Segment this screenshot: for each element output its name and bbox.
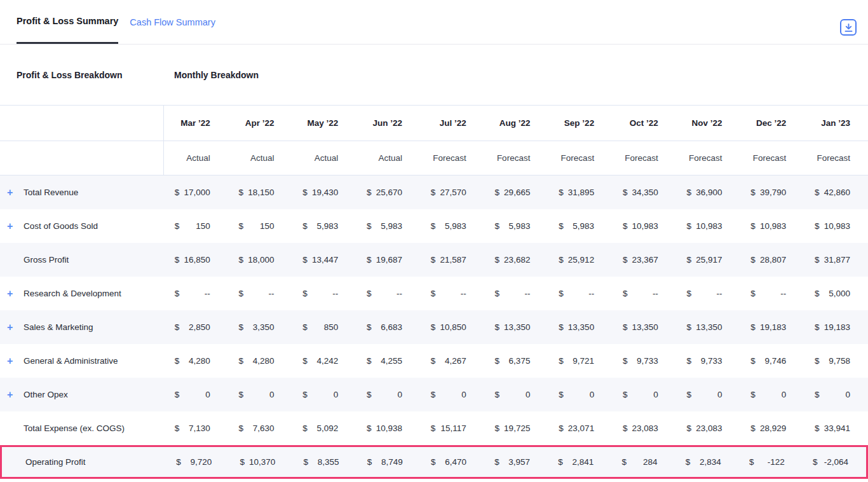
row-label: Total Expense (ex. COGS) xyxy=(24,423,125,433)
currency-symbol: $ xyxy=(302,221,308,231)
value-cell: $9,720 xyxy=(166,447,229,477)
value-number: 0 xyxy=(205,390,210,399)
value-number: 0 xyxy=(590,390,595,399)
value-cell: $5,000 xyxy=(804,277,868,310)
currency-symbol: $ xyxy=(559,390,564,399)
value-number: 3,957 xyxy=(508,457,530,467)
currency-symbol: $ xyxy=(750,221,756,231)
value-number: -- xyxy=(268,289,274,298)
value-cell: $13,350 xyxy=(484,310,548,344)
currency-symbol: $ xyxy=(367,255,372,265)
value-cell: $0 xyxy=(740,378,804,411)
value-number: 21,587 xyxy=(440,255,466,265)
table-row: +Cost of Goods Sold$150$150$5,983$5,983$… xyxy=(0,209,868,243)
currency-symbol: $ xyxy=(623,322,628,332)
expand-icon[interactable]: + xyxy=(7,390,13,400)
expand-icon[interactable]: + xyxy=(7,188,13,198)
value-cell: $2,841 xyxy=(548,447,611,477)
value-number: 8,355 xyxy=(318,457,339,467)
money-value: $15,117 xyxy=(431,423,466,433)
value-cell: $-2,064 xyxy=(803,447,866,477)
currency-symbol: $ xyxy=(431,188,436,197)
value-cell: $5,983 xyxy=(292,209,356,243)
value-number: 28,807 xyxy=(760,255,786,265)
money-value: $5,983 xyxy=(431,221,466,231)
value-number: 0 xyxy=(526,390,531,399)
value-number: 150 xyxy=(196,221,210,231)
currency-symbol: $ xyxy=(559,255,564,265)
value-number: 0 xyxy=(397,390,402,399)
currency-symbol: $ xyxy=(559,322,564,332)
money-value: $4,280 xyxy=(175,356,210,366)
value-number: 19,687 xyxy=(376,255,402,265)
value-cell: $-- xyxy=(164,277,228,310)
value-number: 5,983 xyxy=(573,221,594,231)
value-cell: $28,929 xyxy=(740,411,804,445)
money-value: $23,367 xyxy=(623,255,658,265)
money-value: $284 xyxy=(622,457,658,467)
money-value: $29,665 xyxy=(494,188,530,197)
value-cell: $6,470 xyxy=(421,447,484,477)
value-cell: $0 xyxy=(676,378,740,411)
value-cell: $9,721 xyxy=(548,344,612,378)
value-cell: $-- xyxy=(612,277,676,310)
value-number: 13,350 xyxy=(568,322,594,332)
value-cell: $15,117 xyxy=(420,411,484,445)
download-button[interactable] xyxy=(840,19,857,36)
value-cell: $23,071 xyxy=(548,411,612,445)
value-cell: $-- xyxy=(548,277,612,310)
currency-symbol: $ xyxy=(238,356,243,366)
expand-icon[interactable]: + xyxy=(7,356,13,366)
tab-cash-flow-summary[interactable]: Cash Flow Summary xyxy=(130,0,215,44)
column-header-period-type: Actual xyxy=(228,141,292,175)
value-number: 5,983 xyxy=(381,221,402,231)
value-number: 9,758 xyxy=(829,356,850,366)
value-number: -- xyxy=(653,289,658,298)
value-number: 0 xyxy=(782,390,787,399)
currency-symbol: $ xyxy=(175,255,180,265)
money-value: $6,683 xyxy=(367,322,402,332)
money-value: $36,900 xyxy=(687,188,722,197)
row-label-cell: +Other Opex xyxy=(0,378,164,411)
money-value: $8,355 xyxy=(304,457,339,467)
value-number: -- xyxy=(332,289,338,298)
expand-icon[interactable]: + xyxy=(7,221,13,231)
period-type-header-spacer xyxy=(0,141,164,175)
table-body: +Total Revenue$17,000$18,150$19,430$25,6… xyxy=(0,176,868,479)
value-number: 6,470 xyxy=(445,457,466,467)
money-value: $150 xyxy=(238,221,274,231)
tab-profit-loss-summary[interactable]: Profit & Loss Summary xyxy=(17,0,118,44)
money-value: $7,130 xyxy=(175,423,210,433)
row-label: Operating Profit xyxy=(25,457,86,467)
money-value: $8,749 xyxy=(367,457,403,467)
value-cell: $0 xyxy=(804,378,868,411)
value-number: 6,683 xyxy=(381,322,402,332)
value-number: 4,280 xyxy=(189,356,210,366)
currency-symbol: $ xyxy=(431,390,436,399)
currency-symbol: $ xyxy=(431,289,436,298)
value-number: 23,083 xyxy=(632,423,658,433)
value-cell: $10,370 xyxy=(229,447,293,477)
value-cell: $28,807 xyxy=(740,243,804,277)
value-cell: $0 xyxy=(612,378,676,411)
expand-icon[interactable]: + xyxy=(7,322,13,333)
value-number: 0 xyxy=(461,390,466,399)
currency-symbol: $ xyxy=(367,221,372,231)
currency-symbol: $ xyxy=(175,423,180,433)
currency-symbol: $ xyxy=(302,423,308,433)
section-title-pl-breakdown: Profit & Loss Breakdown xyxy=(17,70,164,80)
currency-symbol: $ xyxy=(238,221,243,231)
value-number: 284 xyxy=(643,457,658,467)
money-value: $17,000 xyxy=(175,188,210,197)
value-cell: $5,983 xyxy=(484,209,548,243)
value-number: 16,850 xyxy=(184,255,210,265)
expand-icon[interactable]: + xyxy=(7,289,13,299)
value-cell: $150 xyxy=(164,209,228,243)
currency-symbol: $ xyxy=(175,390,180,399)
currency-symbol: $ xyxy=(367,423,372,433)
column-header-month: Sep ’22 xyxy=(548,106,612,141)
row-label-cell: +General & Administrative xyxy=(0,344,164,378)
value-number: 25,917 xyxy=(696,255,722,265)
money-value: $6,375 xyxy=(494,356,530,366)
value-cell: $-- xyxy=(484,277,548,310)
